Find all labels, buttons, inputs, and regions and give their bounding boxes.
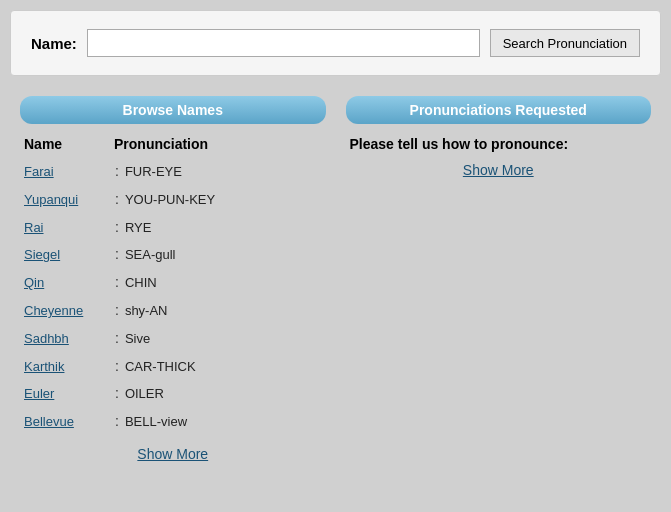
pronunciations-panel-header: Pronunciations Requested: [346, 96, 652, 124]
pronunciation-text: shy-AN: [125, 300, 168, 322]
pronunciation-text: Sive: [125, 328, 150, 350]
browse-show-more-link[interactable]: Show More: [137, 446, 208, 462]
separator: :: [115, 355, 119, 379]
table-row: Sadhbh:Sive: [20, 325, 326, 353]
browse-panel: Browse Names Name Pronunciation Farai:FU…: [20, 96, 326, 462]
separator: :: [115, 216, 119, 240]
name-link[interactable]: Siegel: [24, 244, 109, 266]
separator: :: [115, 160, 119, 184]
separator: :: [115, 327, 119, 351]
pronunciation-text: CAR-THICK: [125, 356, 196, 378]
name-link[interactable]: Cheyenne: [24, 300, 109, 322]
search-label: Name:: [31, 35, 77, 52]
name-link[interactable]: Karthik: [24, 356, 109, 378]
name-link[interactable]: Bellevue: [24, 411, 109, 433]
table-row: Siegel:SEA-gull: [20, 241, 326, 269]
table-row: Bellevue:BELL-view: [20, 408, 326, 436]
pronunciation-text: SEA-gull: [125, 244, 176, 266]
pronunciation-text: FUR-EYE: [125, 161, 182, 183]
pronunciations-subtext: Please tell us how to pronounce:: [346, 136, 652, 152]
table-row: Farai:FUR-EYE: [20, 158, 326, 186]
browse-col-headers: Name Pronunciation: [20, 136, 326, 152]
pronunciations-panel: Pronunciations Requested Please tell us …: [346, 96, 652, 462]
pronunciation-text: OILER: [125, 383, 164, 405]
pronunciation-text: BELL-view: [125, 411, 187, 433]
name-link[interactable]: Euler: [24, 383, 109, 405]
table-row: Rai:RYE: [20, 214, 326, 242]
table-row: Euler:OILER: [20, 380, 326, 408]
pronunciation-text: CHIN: [125, 272, 157, 294]
table-row: Karthik:CAR-THICK: [20, 353, 326, 381]
separator: :: [115, 188, 119, 212]
pron-show-more-row: Show More: [346, 162, 652, 178]
pron-show-more-link[interactable]: Show More: [463, 162, 534, 178]
pronunciation-text: YOU-PUN-KEY: [125, 189, 215, 211]
main-content: Browse Names Name Pronunciation Farai:FU…: [10, 96, 661, 462]
search-button[interactable]: Search Pronunciation: [490, 29, 640, 57]
col-name-header: Name: [24, 136, 114, 152]
browse-panel-header: Browse Names: [20, 96, 326, 124]
pronunciation-text: RYE: [125, 217, 152, 239]
col-pron-header: Pronunciation: [114, 136, 208, 152]
table-row: Cheyenne:shy-AN: [20, 297, 326, 325]
table-row: Qin:CHIN: [20, 269, 326, 297]
table-row: Yupanqui:YOU-PUN-KEY: [20, 186, 326, 214]
separator: :: [115, 271, 119, 295]
name-link[interactable]: Rai: [24, 217, 109, 239]
name-link[interactable]: Qin: [24, 272, 109, 294]
browse-show-more-row: Show More: [20, 446, 326, 462]
separator: :: [115, 410, 119, 434]
separator: :: [115, 299, 119, 323]
search-input[interactable]: [87, 29, 480, 57]
names-list: Farai:FUR-EYEYupanqui:YOU-PUN-KEYRai:RYE…: [20, 158, 326, 436]
name-link[interactable]: Farai: [24, 161, 109, 183]
separator: :: [115, 243, 119, 267]
separator: :: [115, 382, 119, 406]
name-link[interactable]: Yupanqui: [24, 189, 109, 211]
search-panel: Name: Search Pronunciation: [10, 10, 661, 76]
name-link[interactable]: Sadhbh: [24, 328, 109, 350]
page-wrapper: Name: Search Pronunciation Browse Names …: [10, 10, 661, 462]
